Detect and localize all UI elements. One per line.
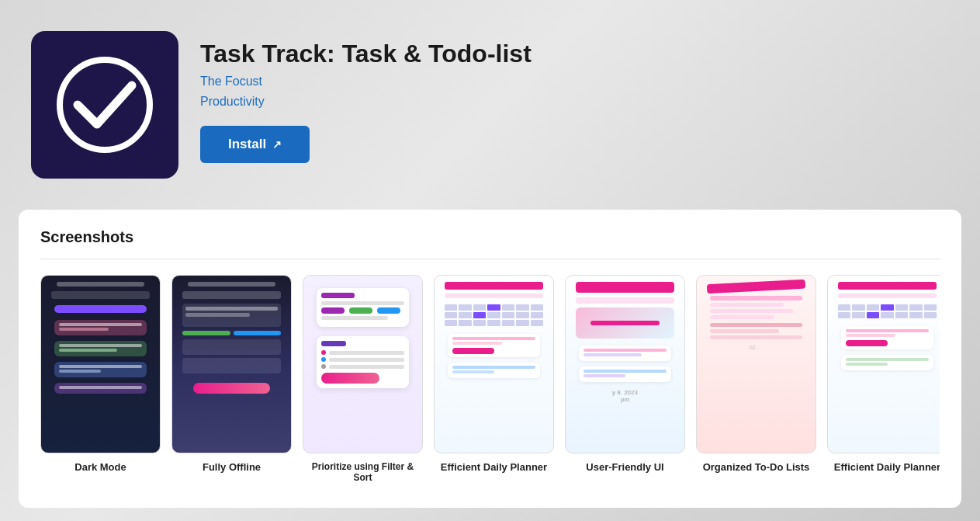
app-icon [31,31,178,179]
phone-frame-study [172,276,291,453]
install-button[interactable]: Install ↗ [200,126,310,163]
screenshot-card-organized[interactable]: 02. [696,275,816,453]
mock-calendar [445,304,543,326]
screenshot-card-filter-sort[interactable] [303,275,423,453]
screenshot-card-planner1[interactable] [434,275,554,453]
external-link-icon: ↗ [272,138,282,151]
sort-box [317,336,410,388]
screenshot-item-planner2: Efficient Daily Planner [827,275,940,483]
app-category-link[interactable]: Productivity [200,95,532,109]
screenshot-label-user-friendly: User-Friendly UI [586,461,663,473]
filter-box [317,288,410,327]
screenshot-item-fully-offline: Fully Offline [171,275,292,483]
screenshots-title: Screenshots [40,228,940,246]
screenshot-label-organized: Organized To-Do Lists [703,461,810,473]
svg-point-0 [60,60,150,150]
phone-frame-friendly: y 8. 2023 pm [566,276,684,453]
app-developer-link[interactable]: The Focust [200,75,532,89]
screenshots-divider [40,259,940,259]
app-title: Task Track: Task & Todo-list [200,39,532,68]
screenshot-card-dark-mode[interactable] [40,275,161,453]
app-header: Task Track: Task & Todo-list The Focust … [0,0,980,202]
screenshots-section: Screenshots [19,210,961,508]
phone-frame-planner2 [828,276,940,453]
screenshots-scroll[interactable]: Dark Mode [40,275,940,489]
screenshot-item-user-friendly: y 8. 2023 pm User-Friendly UI [565,275,685,483]
screenshot-label-planner2: Efficient Daily Planner [834,461,940,473]
screenshot-card-planner2[interactable] [827,275,940,453]
install-label: Install [228,137,266,152]
screenshot-label-dark-mode: Dark Mode [74,461,126,473]
screenshot-card-fully-offline[interactable] [171,275,292,453]
phone-frame-organized: 02. [697,276,816,453]
screenshot-item-organized: 02. Organized To-Do Lists [696,275,816,483]
screenshot-item-filter-sort: Prioritize using Filter & Sort [303,275,423,483]
app-info-panel: Task Track: Task & Todo-list The Focust … [200,31,532,163]
screenshot-label-planner1: Efficient Daily Planner [441,461,547,473]
screenshot-item-dark-mode: Dark Mode [40,275,161,483]
screenshot-item-planner1: Efficient Daily Planner [434,275,554,483]
screenshot-label-filter-sort: Prioritize using Filter & Sort [303,461,423,483]
phone-frame-planner1 [435,276,553,453]
screenshot-card-user-friendly[interactable]: y 8. 2023 pm [565,275,685,453]
app-logo-svg [54,54,155,155]
phone-frame-filter [303,276,422,453]
screenshot-label-fully-offline: Fully Offline [203,461,261,473]
phone-frame-dark [41,276,160,453]
